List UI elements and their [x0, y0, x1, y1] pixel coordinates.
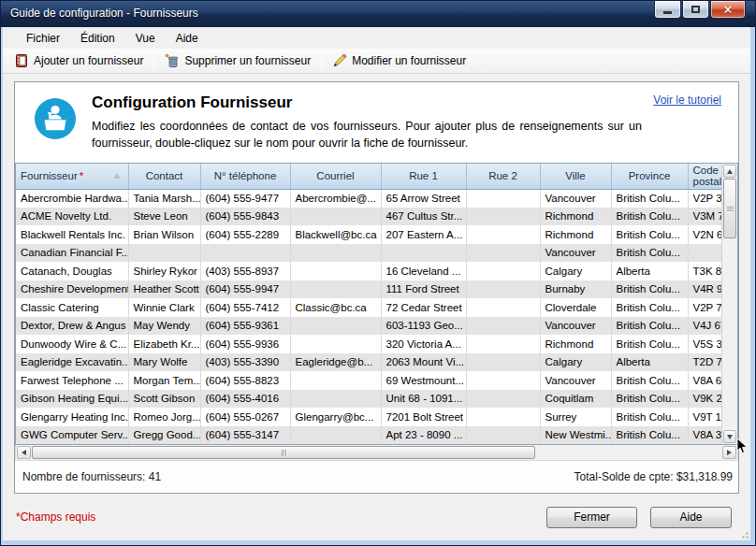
table-cell: V8A 6N4: [688, 371, 721, 390]
scroll-left-button[interactable]: [17, 446, 31, 459]
column-header-contact[interactable]: Contact: [128, 164, 200, 189]
scroll-right-button[interactable]: [722, 446, 736, 459]
toolbar-separator: [321, 52, 322, 69]
table-cell: Scott Gibson: [128, 390, 200, 409]
toolbar-button-supprimer-un-fournisseur[interactable]: Supprimer un fournisseur: [157, 50, 318, 72]
horizontal-scrollbar[interactable]: [15, 445, 738, 461]
table-cell: [466, 335, 540, 353]
table-row[interactable]: Dunwoody Wire & C...Elizabeth Kr...(604)…: [16, 335, 721, 353]
vertical-scroll-thumb[interactable]: [723, 179, 736, 238]
maximize-button[interactable]: [682, 1, 709, 19]
table-cell: Unit 68 - 1091...: [381, 390, 466, 409]
vertical-scroll-track[interactable]: [723, 238, 736, 430]
table-row[interactable]: Eagleridge Excavatin...Mary Wolfe(403) 5…: [16, 353, 721, 372]
table-cell: Romeo Jorg...: [128, 408, 200, 426]
table-cell: Alberta: [611, 262, 688, 280]
titlebar: Guide de configuration - Fournisseurs ✕: [1, 1, 755, 27]
modify-supplier-icon: [332, 53, 347, 68]
column-header-code-postal[interactable]: Code postal: [688, 164, 721, 189]
table-row[interactable]: GWG Computer Serv...Gregg Good...(604) 5…: [16, 426, 721, 445]
table-cell: (604) 555-4016: [200, 390, 290, 409]
table-row[interactable]: Cheshire DevelopmentHeather Scott(604) 5…: [16, 280, 721, 299]
table-cell: 207 Eastern A...: [381, 225, 466, 244]
column-label: Fournisseur: [21, 170, 78, 181]
thumb-grip: [727, 207, 734, 211]
menu-item-edition[interactable]: Édition: [70, 29, 125, 48]
table-cell: GWG Computer Serv...: [16, 426, 128, 445]
status-bar: Nombre de fournisseurs: 41 Total-Solde d…: [15, 461, 738, 493]
page-title: Configuration Fournisseur: [92, 93, 642, 112]
table-cell: (604) 555-9947: [200, 280, 290, 299]
table-row[interactable]: Blackwell Rentals Inc.Brian Wilson(604) …: [16, 225, 721, 244]
table-cell: Catanach, Douglas: [16, 262, 128, 280]
table-row[interactable]: Glengarry Heating Inc.Romeo Jorg...(604)…: [16, 408, 721, 426]
table-row[interactable]: ACME Novelty Ltd.Steve Leon(604) 555-984…: [16, 208, 721, 226]
table-cell: British Colu...: [611, 280, 688, 299]
maximize-icon: [691, 6, 700, 13]
table-cell: (604) 555-3147: [200, 426, 290, 445]
column-header-province[interactable]: Province: [611, 164, 688, 189]
table-cell: [466, 225, 540, 244]
table-cell: Apt 23 - 8090 ...: [381, 426, 466, 445]
tutorial-link[interactable]: Voir le tutoriel: [653, 93, 721, 107]
column-header-n-telephone[interactable]: N° téléphone: [200, 164, 290, 189]
toolbar-button-modifier-un-fournisseur[interactable]: Modifier un fournisseur: [325, 50, 473, 72]
table-cell: [688, 244, 721, 263]
table-cell: V2P 3P3: [688, 189, 721, 208]
window-border-bottom: [1, 540, 755, 545]
table-cell: Winnie Clark: [128, 298, 200, 317]
table-cell: Blackwell Rentals Inc.: [16, 225, 128, 244]
table-cell: British Colu...: [611, 426, 688, 445]
resize-grip[interactable]: [739, 529, 749, 539]
table-cell: Abercrombie Hardwa...: [16, 189, 128, 208]
table-cell: [290, 262, 381, 280]
column-header-fournisseur[interactable]: Fournisseur*: [16, 164, 128, 189]
menubar: FichierÉditionVueAide: [3, 27, 750, 49]
window-controls: ✕: [653, 1, 746, 19]
scroll-down-button[interactable]: [723, 430, 736, 443]
table-row[interactable]: Catanach, DouglasShirley Rykor(403) 555-…: [16, 262, 721, 280]
table-row[interactable]: Canadian Financial F...VancouverBritish …: [16, 244, 721, 263]
toolbar-button-label: Ajouter un fournisseur: [34, 54, 143, 67]
close-button[interactable]: ✕: [710, 1, 746, 19]
column-label: Rue 2: [488, 170, 517, 181]
table-row[interactable]: Classic CateringWinnie Clark(604) 555-74…: [16, 298, 721, 317]
toolbar-button-ajouter-un-fournisseur[interactable]: Ajouter un fournisseur: [7, 50, 151, 72]
table-row[interactable]: Gibson Heating Equi...Scott Gibson(604) …: [16, 390, 721, 409]
table-cell: [200, 244, 290, 263]
column-header-rue-2[interactable]: Rue 2: [466, 164, 540, 189]
close-dialog-button[interactable]: Fermer: [546, 507, 637, 528]
table-cell: Calgary: [540, 353, 611, 372]
horizontal-scroll-track[interactable]: [535, 446, 722, 459]
menu-item-fichier[interactable]: Fichier: [16, 29, 70, 48]
column-header-courriel[interactable]: Courriel: [290, 164, 381, 189]
menu-item-aide[interactable]: Aide: [166, 29, 209, 48]
vertical-scrollbar[interactable]: [721, 164, 737, 444]
table-cell: Cloverdale: [540, 298, 611, 317]
footer-bar: *Champs requis Fermer Aide: [14, 494, 739, 540]
column-header-ville[interactable]: Ville: [540, 164, 611, 189]
minimize-button[interactable]: [654, 1, 681, 19]
menu-item-vue[interactable]: Vue: [125, 29, 166, 48]
arrow-up-icon: [727, 169, 733, 174]
table-cell: Brian Wilson: [128, 225, 200, 244]
content-area: Configuration Fournisseur Modifiez les c…: [3, 74, 750, 540]
table-cell: 72 Cedar Street: [381, 298, 466, 317]
column-header-rue-1[interactable]: Rue 1: [381, 164, 466, 189]
table-row[interactable]: Dextor, Drew & AngusMay Wendy(604) 555-9…: [16, 317, 721, 336]
table-row[interactable]: Farwest Telephone ...Morgan Tem...(604) …: [16, 371, 721, 390]
scroll-up-button[interactable]: [723, 165, 736, 178]
table-cell: Classic@bc.ca: [290, 298, 381, 317]
help-button[interactable]: Aide: [650, 507, 732, 528]
table-cell: [290, 426, 381, 445]
table-cell: British Colu...: [611, 371, 688, 390]
table-row[interactable]: Abercrombie Hardwa...Tania Marsh...(604)…: [16, 189, 721, 208]
table-cell: Glengarry Heating Inc.: [16, 408, 128, 426]
table-cell: 65 Arrow Street: [381, 189, 466, 208]
table-cell: New Westmi...: [540, 426, 611, 445]
horizontal-scroll-thumb[interactable]: [32, 446, 535, 459]
table-cell: (604) 555-9843: [200, 208, 290, 226]
column-label: Courriel: [316, 170, 354, 181]
table-cell: British Colu...: [611, 208, 688, 226]
table-cell: Coquitlam: [540, 390, 611, 409]
